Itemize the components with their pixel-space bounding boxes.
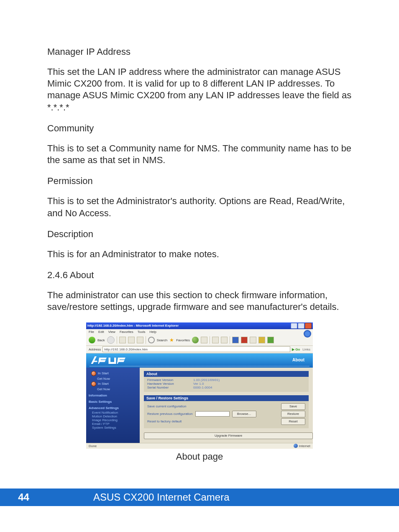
sidebar: In Start Get Now In Start Get Now Inform…: [86, 368, 140, 443]
home-icon[interactable]: [137, 337, 143, 343]
maximize-icon[interactable]: [298, 323, 304, 329]
body-about: The administrator can use this section t…: [47, 289, 352, 313]
heading-about: 2.4.6 About: [47, 269, 352, 281]
body-manager-ip: This set the LAN IP address where the ad…: [47, 66, 352, 113]
restore-row-label: Restore previous configuration: [147, 412, 193, 416]
heading-description: Description: [47, 228, 352, 240]
back-label: Back: [97, 338, 105, 342]
sidebar-title-basic[interactable]: Basic Settings: [89, 400, 138, 404]
extra-icon[interactable]: [267, 337, 274, 343]
about-panel-title: About: [144, 371, 309, 377]
internet-icon: [294, 444, 298, 448]
sidebar-item[interactable]: Email / FTP: [92, 422, 138, 426]
menu-view[interactable]: View: [108, 330, 115, 334]
browser-window: http://192.168.0.20/index.htm - Microsof…: [86, 322, 313, 449]
upgrade-firmware-button[interactable]: Upgrade Firmware: [144, 432, 313, 439]
page-header: About: [86, 353, 313, 368]
sidebar-item[interactable]: Image Recording: [92, 418, 138, 422]
sidebar-item[interactable]: Event Notification: [92, 411, 138, 414]
asus-logo-icon: [90, 355, 128, 365]
search-label: Search: [157, 338, 167, 342]
research-icon[interactable]: [250, 337, 256, 343]
status-right: Internet: [299, 444, 310, 448]
discuss-icon[interactable]: [241, 337, 248, 343]
back-icon[interactable]: [89, 337, 95, 343]
browse-button[interactable]: Browse...: [232, 411, 256, 417]
heading-permission: Permission: [47, 175, 352, 187]
save-button[interactable]: Save: [281, 403, 305, 410]
svg-marker-0: [91, 356, 97, 364]
page: Manager IP Address This set the LAN IP a…: [0, 0, 399, 532]
sidebar-item[interactable]: In Start: [98, 371, 109, 375]
sidebar-item[interactable]: System Settings: [92, 426, 138, 430]
ie-logo-icon: [304, 330, 311, 338]
window-title: http://192.168.0.20/index.htm - Microsof…: [87, 324, 179, 327]
about-val: 0000-1-0004: [193, 386, 212, 389]
page-footer: 44 ASUS CX200 Internet Camera: [0, 489, 399, 506]
svg-rect-1: [94, 361, 97, 362]
sidebar-title-information[interactable]: Information: [89, 394, 138, 397]
status-left: Done: [89, 444, 97, 448]
status-bar: Done Internet: [86, 443, 313, 449]
menu-tools[interactable]: Tools: [138, 330, 146, 334]
separator-icon: [210, 336, 210, 344]
restore-button[interactable]: Restore: [281, 411, 305, 417]
window-buttons: [291, 323, 312, 329]
toolbar: Back Search ★ Favorites: [86, 335, 313, 346]
sidebar-item[interactable]: In Start: [98, 382, 109, 386]
bullet-icon: [91, 381, 96, 386]
reset-button[interactable]: Reset: [281, 418, 305, 425]
messenger-icon[interactable]: [258, 337, 265, 343]
sidebar-item[interactable]: Get Now: [97, 387, 110, 391]
menu-bar: File Edit View Favorites Tools Help: [86, 329, 313, 335]
menu-edit[interactable]: Edit: [98, 330, 104, 334]
restore-file-input[interactable]: [195, 411, 230, 417]
mail-icon[interactable]: [212, 337, 219, 343]
minimize-icon[interactable]: [291, 323, 297, 329]
about-panel: About Firmware Version1.03 (2011/09/01) …: [144, 371, 309, 392]
sidebar-item[interactable]: Motion Detection: [92, 414, 138, 418]
body-permission: This is to set the Administrator's autho…: [47, 195, 352, 219]
separator-icon: [117, 336, 117, 344]
bullet-icon: [91, 371, 96, 376]
header-section-title: About: [292, 358, 304, 362]
titlebar: http://192.168.0.20/index.htm - Microsof…: [86, 322, 313, 329]
figure-caption: About page: [86, 451, 313, 462]
body-description: This is for an Administrator to make not…: [47, 248, 352, 260]
menu-favorites[interactable]: Favorites: [120, 330, 133, 334]
links-label[interactable]: Links: [302, 348, 310, 351]
heading-community: Community: [47, 123, 352, 134]
media-icon[interactable]: [192, 337, 199, 343]
save-restore-panel-title: Save / Restore Settings: [144, 395, 309, 401]
save-restore-panel: Save / Restore Settings Save current con…: [144, 395, 309, 428]
about-val: Ver 1.0: [193, 382, 204, 386]
separator-icon: [230, 336, 230, 344]
about-val: 1.03 (2011/09/01): [193, 378, 220, 382]
sidebar-title-advanced[interactable]: Advanced Settings: [89, 406, 138, 410]
about-key: Firmware Version: [147, 378, 193, 382]
address-bar: Address http://192.168.0.20/index.htm ▶ …: [86, 346, 313, 353]
header-underline: [90, 366, 309, 366]
refresh-icon[interactable]: [128, 337, 135, 343]
content-area: About Firmware Version1.03 (2011/09/01) …: [140, 368, 313, 443]
menu-file[interactable]: File: [89, 330, 94, 334]
address-input[interactable]: http://192.168.0.20/index.htm: [102, 346, 290, 352]
search-icon[interactable]: [148, 337, 155, 343]
favorites-icon[interactable]: ★: [169, 337, 174, 343]
address-label: Address: [89, 348, 101, 351]
footer-title: ASUS CX200 Internet Camera: [47, 489, 399, 506]
reset-row-label: Reset to factory default: [147, 419, 182, 423]
print-icon[interactable]: [221, 337, 228, 343]
about-key: Hardware Version: [147, 382, 193, 386]
stop-icon[interactable]: [119, 337, 126, 343]
forward-icon[interactable]: [107, 336, 115, 344]
page-number: 44: [0, 489, 47, 506]
favorites-label: Favorites: [176, 338, 190, 342]
history-icon[interactable]: [201, 337, 207, 343]
menu-help[interactable]: Help: [149, 330, 156, 334]
save-row-label: Save current configuration: [147, 404, 186, 408]
go-button[interactable]: ▶ Go: [292, 348, 300, 351]
edit-icon[interactable]: [232, 337, 239, 343]
close-icon[interactable]: [305, 323, 312, 329]
sidebar-item[interactable]: Get Now: [97, 377, 110, 381]
